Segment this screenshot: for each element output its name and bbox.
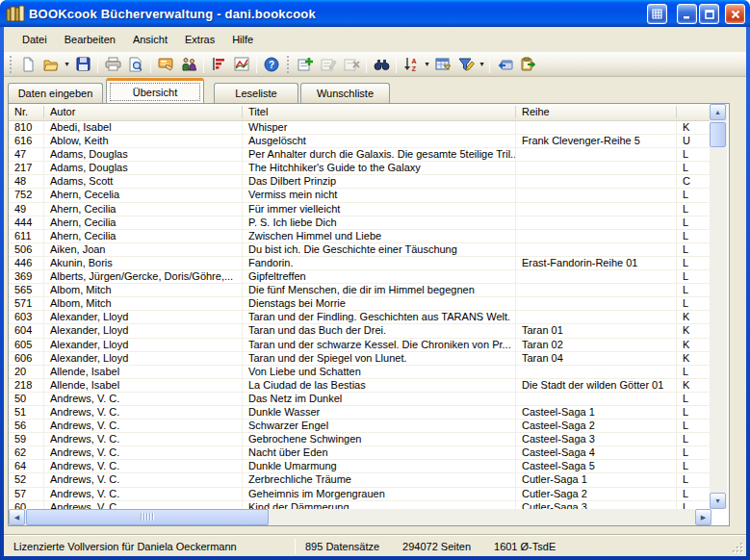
table-row[interactable]: 571Albom, MitchDienstags bei MorrieL [9, 297, 711, 311]
sort-dropdown-arrow-icon[interactable]: ▾ [423, 60, 431, 68]
table-row[interactable]: 56Andrews, V. C.Schwarzer EngelCasteel-S… [9, 420, 711, 433]
toolbar-grip[interactable] [286, 56, 291, 73]
go-back-icon[interactable] [493, 54, 516, 75]
tab-label: Daten eingeben [18, 88, 93, 99]
cell-titel: Gipfeltreffen [243, 270, 516, 283]
menu-bearbeiten[interactable]: Bearbeiten [56, 30, 124, 49]
column-header-truncated[interactable] [677, 104, 711, 120]
vertical-scrollbar[interactable]: ▲ ▼ [710, 104, 727, 509]
menu-extras[interactable]: Extras [176, 30, 223, 49]
column-header-nr[interactable]: Nr. [9, 104, 44, 120]
table-row[interactable]: 369Alberts, Jürgen/Gercke, Doris/Göhre,.… [9, 270, 711, 284]
table-row[interactable]: 810Abedi, IsabelWhisperK [9, 121, 711, 135]
table-row[interactable]: 752Ahern, CeceliaVermiss mein nichtL [9, 189, 711, 202]
cell-autor: Alexander, Lloyd [44, 352, 243, 365]
minimize-icon[interactable] [677, 4, 697, 24]
table-row[interactable]: 52Andrews, V. C.Zerbrechliche TräumeCutl… [9, 473, 711, 487]
table-row[interactable]: 565Albom, MitchDie fünf Menschen, die di… [9, 284, 711, 297]
table-row[interactable]: 217Adams, DouglasThe Hitchhiker's Guide … [9, 162, 711, 175]
scroll-right-icon[interactable]: ▶ [695, 509, 711, 525]
add-record-icon[interactable] [294, 54, 317, 75]
maximize-icon[interactable] [699, 4, 719, 24]
search-binoculars-icon[interactable] [370, 54, 393, 75]
cell-reihe: Frank Clevenger-Reihe 5 [516, 135, 677, 147]
print-preview-icon[interactable] [124, 54, 147, 75]
table-row[interactable]: 218Allende, IsabelLa Ciudad de las Besti… [9, 379, 711, 393]
cell-autor: Andrews, V. C. [44, 446, 243, 459]
cell-trunc: K [677, 324, 711, 337]
filter-dropdown-arrow-icon[interactable]: ▾ [478, 60, 486, 68]
table-row[interactable]: 57Andrews, V. C.Geheimnis im Morgengraue… [9, 488, 711, 501]
table-row[interactable]: 611Ahern, CeciliaZwischen Himmel und Lie… [9, 230, 711, 243]
table-row[interactable]: 446Akunin, BorisFandorin.Erast-Fandorin-… [9, 257, 711, 270]
print-icon[interactable] [101, 54, 124, 75]
export-icon[interactable] [516, 54, 539, 75]
edit-record-icon[interactable] [317, 54, 340, 75]
table-row[interactable]: 48Adams, ScottDas Dilbert PrinzipC [9, 175, 711, 189]
tab-label: Leseliste [235, 88, 276, 99]
cell-titel: Vermiss mein nicht [243, 189, 516, 201]
horizontal-scroll-thumb[interactable] [26, 509, 269, 525]
title-bar[interactable]: BOOKcook Bücherverwaltung - dani.bookcoo… [0, 0, 750, 27]
tab-leseliste[interactable]: Leseliste [214, 83, 298, 103]
cell-trunc: K [677, 121, 711, 134]
save-icon[interactable] [71, 54, 94, 75]
edit-data-card-icon[interactable] [154, 54, 177, 75]
help-icon[interactable]: ? [260, 54, 283, 75]
cell-reihe [516, 203, 677, 216]
cell-reihe [516, 162, 677, 174]
people-icon[interactable] [177, 54, 200, 75]
cell-nr: 218 [9, 379, 44, 392]
close-icon[interactable] [725, 4, 745, 24]
menu-ansicht[interactable]: Ansicht [124, 30, 176, 49]
toolbar-separator [256, 56, 257, 73]
scroll-left-icon[interactable]: ◀ [9, 509, 25, 525]
table-row[interactable]: 50Andrews, V. C.Das Netz im DunkelL [9, 393, 711, 406]
table-row[interactable]: 616Ablow, KeithAusgelöschtFrank Clevenge… [9, 135, 711, 148]
table-row[interactable]: 49Ahern, CeciliaFür immer vielleichtL [9, 203, 711, 216]
table-row[interactable]: 64Andrews, V. C.Dunkle UmarmungCasteel-S… [9, 460, 711, 473]
chart-icon[interactable] [230, 54, 253, 75]
table-row[interactable]: 606Alexander, LloydTaran und der Spiegel… [9, 352, 711, 366]
table-row[interactable]: 47Adams, DouglasPer Anhalter durch die G… [9, 148, 711, 162]
filter-table-icon[interactable] [431, 54, 454, 75]
table-row[interactable]: 60Andrews, V. C.Kind der DämmerungCutler… [9, 501, 711, 509]
tab-uebersicht[interactable]: Übersicht [106, 78, 204, 103]
filter-edit-icon[interactable] [454, 54, 478, 75]
cell-reihe: Die Stadt der wilden Götter 01 [516, 379, 677, 392]
table-row[interactable]: 506Aiken, JoanDu bist ich. Die Geschicht… [9, 243, 711, 257]
open-icon[interactable] [39, 54, 63, 75]
scroll-down-icon[interactable]: ▼ [710, 493, 726, 509]
horizontal-scrollbar[interactable]: ◀ ▶ [9, 509, 711, 525]
new-icon[interactable] [16, 54, 39, 75]
toolbar-grip[interactable] [9, 56, 13, 73]
open-dropdown-arrow-icon[interactable]: ▾ [63, 60, 71, 68]
statistics-bars-icon[interactable] [207, 54, 230, 75]
table-row[interactable]: 59Andrews, V. C.Gebrochene SchwingenCast… [9, 433, 711, 446]
menu-hilfe[interactable]: Hilfe [223, 30, 262, 49]
vertical-scroll-thumb[interactable] [710, 122, 726, 147]
column-header-autor[interactable]: Autor [44, 104, 243, 120]
tab-daten-eingeben[interactable]: Daten eingeben [8, 83, 103, 103]
column-header-reihe[interactable]: Reihe [516, 104, 677, 120]
tab-wunschliste[interactable]: Wunschliste [300, 83, 390, 103]
cell-titel: Das Netz im Dunkel [243, 393, 516, 405]
cell-nr: 49 [9, 203, 44, 216]
resize-grip-icon[interactable] [732, 542, 744, 554]
table-row[interactable]: 605Alexander, LloydTaran und der schwarz… [9, 339, 711, 352]
table-row[interactable]: 62Andrews, V. C.Nacht über EdenCasteel-S… [9, 446, 711, 460]
column-header-titel[interactable]: Titel [243, 104, 516, 120]
grid-icon[interactable] [647, 4, 667, 24]
table-row[interactable]: 51Andrews, V. C.Dunkle WasserCasteel-Sag… [9, 406, 711, 420]
menu-datei[interactable]: Datei [13, 30, 56, 49]
cell-autor: Andrews, V. C. [44, 473, 243, 486]
delete-record-icon[interactable] [340, 54, 363, 75]
table-row[interactable]: 444Ahern, CeciliaP. S. Ich liebe DichL [9, 216, 711, 230]
scroll-up-icon[interactable]: ▲ [710, 104, 726, 120]
cell-reihe [516, 270, 677, 283]
table-row[interactable]: 20Allende, IsabelVon Liebe und SchattenL [9, 366, 711, 379]
table-row[interactable]: 604Alexander, LloydTaran und das Buch de… [9, 324, 711, 338]
sort-az-icon[interactable]: AZ [400, 54, 423, 75]
cell-reihe: Cutler-Saga 3 [516, 501, 677, 509]
table-row[interactable]: 603Alexander, LloydTaran und der Findlin… [9, 311, 711, 324]
